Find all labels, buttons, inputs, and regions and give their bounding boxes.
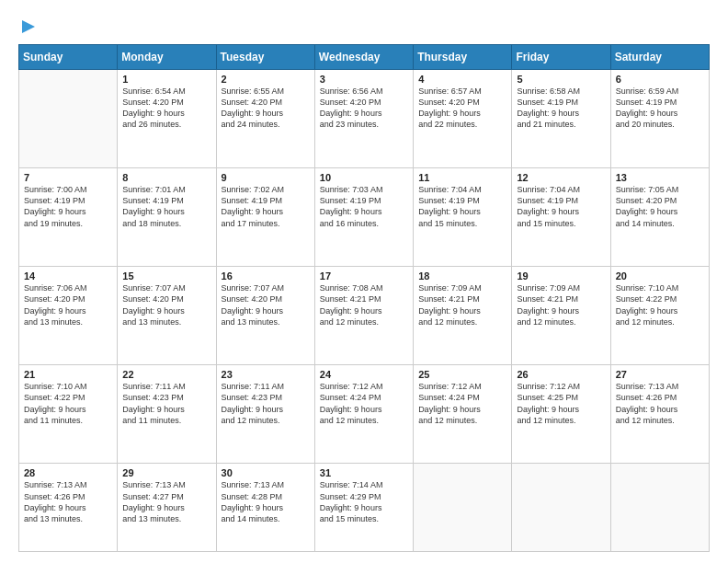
- day-number: 14: [24, 270, 112, 282]
- calendar-day-header: Monday: [118, 45, 216, 70]
- day-number: 20: [616, 270, 704, 282]
- day-info: Sunrise: 7:12 AM Sunset: 4:24 PM Dayligh…: [320, 381, 408, 426]
- day-info: Sunrise: 7:10 AM Sunset: 4:22 PM Dayligh…: [24, 381, 112, 426]
- calendar-cell: 6Sunrise: 6:59 AM Sunset: 4:19 PM Daylig…: [610, 70, 709, 168]
- calendar-cell: [19, 70, 118, 168]
- day-info: Sunrise: 7:11 AM Sunset: 4:23 PM Dayligh…: [222, 381, 310, 426]
- calendar-cell: [610, 464, 709, 552]
- calendar-cell: 26Sunrise: 7:12 AM Sunset: 4:25 PM Dayli…: [512, 365, 610, 464]
- calendar-cell: 24Sunrise: 7:12 AM Sunset: 4:24 PM Dayli…: [314, 365, 413, 464]
- day-info: Sunrise: 7:13 AM Sunset: 4:26 PM Dayligh…: [24, 479, 112, 524]
- calendar-cell: 9Sunrise: 7:02 AM Sunset: 4:19 PM Daylig…: [216, 168, 314, 267]
- calendar-cell: 7Sunrise: 7:00 AM Sunset: 4:19 PM Daylig…: [19, 168, 118, 267]
- calendar-week-row: 28Sunrise: 7:13 AM Sunset: 4:26 PM Dayli…: [19, 464, 710, 552]
- day-number: 16: [222, 270, 310, 282]
- day-number: 28: [24, 467, 112, 478]
- day-info: Sunrise: 7:13 AM Sunset: 4:26 PM Dayligh…: [616, 381, 704, 426]
- calendar-cell: 30Sunrise: 7:13 AM Sunset: 4:28 PM Dayli…: [216, 464, 314, 552]
- day-info: Sunrise: 7:03 AM Sunset: 4:19 PM Dayligh…: [320, 184, 408, 229]
- calendar-cell: 27Sunrise: 7:13 AM Sunset: 4:26 PM Dayli…: [610, 365, 709, 464]
- day-info: Sunrise: 7:13 AM Sunset: 4:28 PM Dayligh…: [222, 479, 310, 524]
- day-info: Sunrise: 7:07 AM Sunset: 4:20 PM Dayligh…: [122, 282, 210, 327]
- calendar-body: 1Sunrise: 6:54 AM Sunset: 4:20 PM Daylig…: [19, 70, 710, 552]
- calendar-cell: 13Sunrise: 7:05 AM Sunset: 4:20 PM Dayli…: [610, 168, 709, 267]
- calendar-week-row: 21Sunrise: 7:10 AM Sunset: 4:22 PM Dayli…: [19, 365, 710, 464]
- day-info: Sunrise: 6:57 AM Sunset: 4:20 PM Dayligh…: [418, 86, 506, 131]
- day-info: Sunrise: 7:13 AM Sunset: 4:27 PM Dayligh…: [122, 479, 210, 524]
- calendar-cell: 22Sunrise: 7:11 AM Sunset: 4:23 PM Dayli…: [118, 365, 216, 464]
- day-number: 15: [122, 270, 210, 282]
- day-number: 2: [222, 74, 310, 85]
- calendar-cell: 12Sunrise: 7:04 AM Sunset: 4:19 PM Dayli…: [512, 168, 610, 267]
- day-info: Sunrise: 6:56 AM Sunset: 4:20 PM Dayligh…: [320, 86, 408, 131]
- day-number: 8: [122, 172, 210, 183]
- day-info: Sunrise: 6:58 AM Sunset: 4:19 PM Dayligh…: [517, 86, 605, 131]
- day-info: Sunrise: 6:54 AM Sunset: 4:20 PM Dayligh…: [122, 86, 210, 131]
- day-number: 19: [517, 270, 605, 282]
- calendar-cell: 8Sunrise: 7:01 AM Sunset: 4:19 PM Daylig…: [118, 168, 216, 267]
- calendar-cell: 14Sunrise: 7:06 AM Sunset: 4:20 PM Dayli…: [19, 267, 118, 365]
- day-number: 6: [616, 74, 704, 85]
- calendar-cell: 18Sunrise: 7:09 AM Sunset: 4:21 PM Dayli…: [414, 267, 512, 365]
- day-info: Sunrise: 7:12 AM Sunset: 4:24 PM Dayligh…: [418, 381, 506, 426]
- calendar-cell: 16Sunrise: 7:07 AM Sunset: 4:20 PM Dayli…: [216, 267, 314, 365]
- day-info: Sunrise: 7:04 AM Sunset: 4:19 PM Dayligh…: [517, 184, 605, 229]
- calendar-day-header: Sunday: [19, 45, 118, 70]
- logo-line: [18, 17, 37, 35]
- calendar-day-header: Thursday: [414, 45, 512, 70]
- day-info: Sunrise: 7:09 AM Sunset: 4:21 PM Dayligh…: [418, 282, 506, 327]
- day-info: Sunrise: 7:06 AM Sunset: 4:20 PM Dayligh…: [24, 282, 112, 327]
- calendar-cell: 11Sunrise: 7:04 AM Sunset: 4:19 PM Dayli…: [414, 168, 512, 267]
- day-info: Sunrise: 7:10 AM Sunset: 4:22 PM Dayligh…: [616, 282, 704, 327]
- day-info: Sunrise: 7:01 AM Sunset: 4:19 PM Dayligh…: [122, 184, 210, 229]
- calendar-cell: 20Sunrise: 7:10 AM Sunset: 4:22 PM Dayli…: [610, 267, 709, 365]
- day-number: 22: [122, 369, 210, 380]
- day-number: 26: [517, 369, 605, 380]
- day-number: 18: [418, 270, 506, 282]
- day-info: Sunrise: 7:08 AM Sunset: 4:21 PM Dayligh…: [320, 282, 408, 327]
- calendar-cell: 28Sunrise: 7:13 AM Sunset: 4:26 PM Dayli…: [19, 464, 118, 552]
- day-number: 9: [222, 172, 310, 183]
- calendar-cell: 1Sunrise: 6:54 AM Sunset: 4:20 PM Daylig…: [118, 70, 216, 168]
- day-number: 23: [222, 369, 310, 380]
- day-info: Sunrise: 6:59 AM Sunset: 4:19 PM Dayligh…: [616, 86, 704, 131]
- day-number: 1: [122, 74, 210, 85]
- calendar-cell: 5Sunrise: 6:58 AM Sunset: 4:19 PM Daylig…: [512, 70, 610, 168]
- calendar-cell: 31Sunrise: 7:14 AM Sunset: 4:29 PM Dayli…: [314, 464, 413, 552]
- calendar-week-row: 1Sunrise: 6:54 AM Sunset: 4:20 PM Daylig…: [19, 70, 710, 168]
- day-number: 17: [320, 270, 408, 282]
- day-number: 10: [320, 172, 408, 183]
- page: SundayMondayTuesdayWednesdayThursdayFrid…: [0, 0, 728, 563]
- calendar-cell: 2Sunrise: 6:55 AM Sunset: 4:20 PM Daylig…: [216, 70, 314, 168]
- day-number: 5: [517, 74, 605, 85]
- day-number: 24: [320, 369, 408, 380]
- calendar-cell: 17Sunrise: 7:08 AM Sunset: 4:21 PM Dayli…: [314, 267, 413, 365]
- day-number: 31: [320, 467, 408, 478]
- calendar-cell: 25Sunrise: 7:12 AM Sunset: 4:24 PM Dayli…: [414, 365, 512, 464]
- day-info: Sunrise: 7:14 AM Sunset: 4:29 PM Dayligh…: [320, 479, 408, 524]
- calendar-day-header: Friday: [512, 45, 610, 70]
- day-number: 30: [222, 467, 310, 478]
- day-info: Sunrise: 7:04 AM Sunset: 4:19 PM Dayligh…: [418, 184, 506, 229]
- calendar-day-header: Wednesday: [314, 45, 413, 70]
- day-number: 4: [418, 74, 506, 85]
- calendar-cell: 10Sunrise: 7:03 AM Sunset: 4:19 PM Dayli…: [314, 168, 413, 267]
- calendar-header: SundayMondayTuesdayWednesdayThursdayFrid…: [19, 45, 710, 70]
- day-info: Sunrise: 7:05 AM Sunset: 4:20 PM Dayligh…: [616, 184, 704, 229]
- calendar-cell: 29Sunrise: 7:13 AM Sunset: 4:27 PM Dayli…: [118, 464, 216, 552]
- day-info: Sunrise: 7:02 AM Sunset: 4:19 PM Dayligh…: [222, 184, 310, 229]
- calendar-week-row: 7Sunrise: 7:00 AM Sunset: 4:19 PM Daylig…: [19, 168, 710, 267]
- day-info: Sunrise: 7:12 AM Sunset: 4:25 PM Dayligh…: [517, 381, 605, 426]
- calendar-header-row: SundayMondayTuesdayWednesdayThursdayFrid…: [19, 45, 710, 70]
- logo: [18, 17, 37, 35]
- day-number: 29: [122, 467, 210, 478]
- header: [18, 17, 710, 35]
- calendar-cell: 23Sunrise: 7:11 AM Sunset: 4:23 PM Dayli…: [216, 365, 314, 464]
- calendar-cell: 15Sunrise: 7:07 AM Sunset: 4:20 PM Dayli…: [118, 267, 216, 365]
- day-number: 13: [616, 172, 704, 183]
- day-info: Sunrise: 6:55 AM Sunset: 4:20 PM Dayligh…: [222, 86, 310, 131]
- day-number: 27: [616, 369, 704, 380]
- logo-arrow-icon: [20, 18, 37, 35]
- day-number: 21: [24, 369, 112, 380]
- day-number: 11: [418, 172, 506, 183]
